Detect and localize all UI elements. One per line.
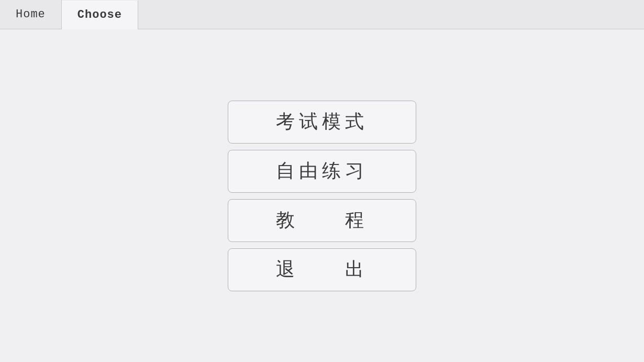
tab-bar: Home Choose (0, 0, 644, 29)
exam-mode-button[interactable]: 考试模式 (228, 101, 416, 144)
free-practice-button[interactable]: 自由练习 (228, 150, 416, 193)
tab-home[interactable]: Home (0, 0, 62, 29)
exit-button[interactable]: 退 出 (228, 248, 416, 291)
tab-choose[interactable]: Choose (62, 1, 138, 29)
main-content: 考试模式 自由练习 教 程 退 出 (0, 29, 644, 362)
tutorial-button[interactable]: 教 程 (228, 199, 416, 242)
